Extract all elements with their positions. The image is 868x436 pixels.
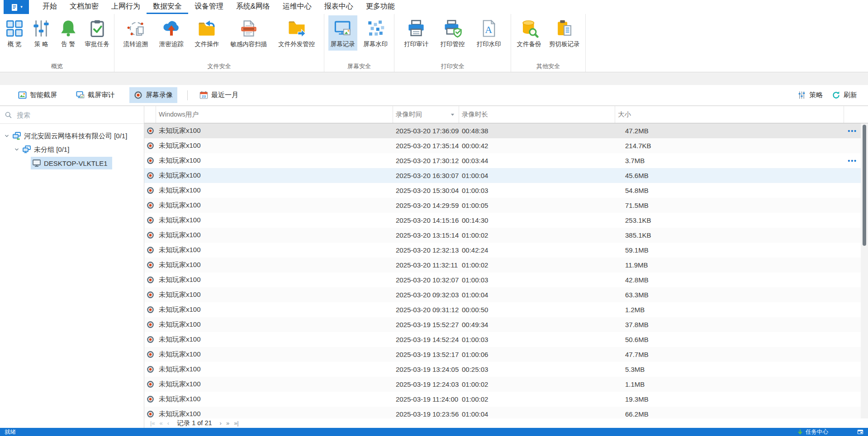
column-header-1[interactable]: 录像时间 [393,106,459,123]
ribbon-item-trace[interactable]: 流转追溯 [121,15,150,51]
column-header-3[interactable]: 大小 [615,106,844,123]
table-row[interactable]: 未知玩家x1002025-03-20 17:36:0900:48:3847.2M… [144,123,868,138]
cell-size: 50.6MB [615,336,844,343]
ribbon-item-alert[interactable]: 告 警 [56,15,81,51]
table-row[interactable]: 未知玩家x1002025-03-20 16:30:0701:00:0445.6M… [144,168,868,183]
table-row[interactable]: 未知玩家x1002025-03-20 17:35:1400:00:42214.7… [144,138,868,153]
table-row[interactable]: 未知玩家x1002025-03-20 09:31:1200:00:501.2MB [144,302,868,317]
menu-tab-7[interactable]: 报表中心 [318,0,360,14]
ribbon-item-print-watermark[interactable]: A打印水印 [474,15,503,51]
panel-icon[interactable] [857,429,863,435]
toolbar-button-refresh[interactable]: 刷新 [828,87,861,103]
menu-tab-5[interactable]: 系统&网络 [230,0,276,14]
pager-prev-button[interactable]: ‹ [165,420,171,426]
column-header-0[interactable]: Windows用户 [156,106,393,123]
ribbon-item-approval[interactable]: 审批任务 [83,15,112,51]
cell-time: 2025-03-20 14:15:16 [393,216,459,224]
table-row[interactable]: 未知玩家x1002025-03-19 11:24:0001:00:0219.3M… [144,392,868,407]
table-row[interactable]: 未知玩家x1002025-03-19 13:24:0500:25:035.3MB [144,362,868,377]
toolbar-button-policy-small[interactable]: 策略 [794,87,826,103]
pager-next-button[interactable]: › [218,420,224,426]
ribbon-item-print-control[interactable]: 打印管控 [438,15,467,51]
table-row[interactable]: 未知玩家x1002025-03-20 14:29:5901:00:0571.5M… [144,198,868,213]
menu-tab-6[interactable]: 运维中心 [276,0,318,14]
table-row[interactable]: 未知玩家x1002025-03-20 10:32:0701:00:0342.8M… [144,272,868,287]
tree-row-0[interactable]: 河北安固云网络科技有限公司 [0/1] [0,129,144,143]
ribbon-item-file-op[interactable]: 文件操作 [192,15,221,51]
cell-time: 2025-03-20 11:32:11 [393,261,459,269]
task-center-button[interactable]: 任务中心 [797,428,828,436]
ribbon-item-screen-record[interactable]: 屏幕记录 [328,15,357,51]
table-row[interactable]: 未知玩家x1002025-03-20 14:15:1600:14:30253.1… [144,213,868,228]
table-row[interactable]: 未知玩家x1002025-03-19 13:52:1701:00:0647.7M… [144,347,868,362]
scrollbar-thumb[interactable] [863,125,866,246]
tree-node-2[interactable]: DESKTOP-VLKTLE1 [31,157,112,169]
menu-tab-3[interactable]: 数据安全 [147,0,188,14]
tree-expand-toggle[interactable] [3,132,11,140]
toolbar-button-record[interactable]: 屏幕录像 [129,87,177,103]
pager-prev-fast-button[interactable]: « [157,420,165,426]
ribbon-item-screen-watermark[interactable]: 屏幕水印 [361,15,390,51]
ribbon-item-file-out[interactable]: 文件外发管控 [276,15,317,51]
tree-row-2[interactable]: DESKTOP-VLKTLE1 [0,156,144,170]
ribbon-item-file-backup[interactable]: 文件备份 [515,15,544,51]
ribbon-item-overview[interactable]: 概 览 [2,15,27,51]
screen-record-icon [333,18,353,39]
cell-size: 47.7MB [615,351,844,358]
record-icon [144,336,156,343]
ribbon-item-clipboard-record[interactable]: 剪切板记录 [547,15,582,51]
sort-down-icon[interactable] [450,112,456,117]
table-row[interactable]: 未知玩家x1002025-03-20 09:32:0301:00:0463.3M… [144,287,868,302]
menu-tab-2[interactable]: 上网行为 [105,0,147,14]
tree-row-1[interactable]: 未分组 [0/1] [0,143,144,156]
ribbon-item-leak[interactable]: 泄密追踪 [157,15,186,51]
menu-tab-8[interactable]: 更多功能 [360,0,401,14]
table-row[interactable]: 未知玩家x1002025-03-20 11:32:1101:00:0211.9M… [144,258,868,272]
cell-time: 2025-03-20 17:35:14 [393,142,459,150]
ribbon-item-label: 告 警 [61,40,75,48]
table-row[interactable]: 未知玩家x1002025-03-20 15:30:0401:00:0354.8M… [144,183,868,198]
toolbar-button-calendar-23[interactable]: 23最近一月 [195,87,243,103]
record-icon [144,127,156,135]
ribbon-item-label: 审批任务 [85,40,109,48]
toolbar-button-smart-capture[interactable]: 智能截屏 [14,87,62,103]
ribbon-item-label: 打印审计 [404,40,428,48]
pager-first-button[interactable]: |« [148,420,157,426]
tree-expand-toggle[interactable] [13,145,21,154]
tree-node-0[interactable]: 河北安固云网络科技有限公司 [0/1] [11,130,132,142]
cell-actions: ••• [844,158,861,164]
toolbar-button-capture-audit[interactable]: 截屏审计 [71,87,119,103]
pager-last-button[interactable]: »| [232,420,241,426]
ribbon-group-label: 其他安全 [511,62,585,70]
table-row[interactable]: 未知玩家x1002025-03-19 14:52:2401:00:0350.6M… [144,332,868,347]
pager-next-fast-button[interactable]: » [224,420,232,426]
menu-tab-4[interactable]: 设备管理 [188,0,230,14]
print-audit-icon [406,18,426,39]
vertical-scrollbar[interactable] [861,123,868,418]
status-text: 就绪 [5,428,16,436]
table-row[interactable]: 未知玩家x1002025-03-20 13:15:1401:00:02385.1… [144,228,868,243]
ribbon-item-label: 敏感内容扫描 [230,40,267,48]
row-actions-button[interactable]: ••• [848,158,857,164]
table-row[interactable]: 未知玩家x1002025-03-19 10:23:5601:00:0466.2M… [144,407,868,418]
ribbon-item-label: 打印管控 [441,40,465,48]
menu-tab-1[interactable]: 文档加密 [63,0,105,14]
tree-node-1[interactable]: 未分组 [0/1] [21,143,74,156]
record-icon [144,216,156,224]
menu-tab-0[interactable]: 开始 [36,0,63,14]
table-row[interactable]: 未知玩家x1002025-03-19 12:24:0301:00:021.1MB [144,377,868,392]
ribbon-item-policy[interactable]: 策 略 [29,15,53,51]
record-icon [144,142,156,150]
cell-duration: 00:42:24 [459,246,615,254]
task-center-label: 任务中心 [806,428,828,436]
table-row[interactable]: 未知玩家x1002025-03-20 12:32:1300:42:2459.1M… [144,243,868,258]
search-box[interactable] [0,106,144,124]
ribbon-item-content-scan[interactable]: 敏感内容扫描 [228,15,269,51]
table-row[interactable]: 未知玩家x1002025-03-19 15:52:2700:49:3437.8M… [144,317,868,332]
row-actions-button[interactable]: ••• [848,128,857,134]
table-row[interactable]: 未知玩家x1002025-03-20 17:30:1200:03:443.7MB… [144,153,868,168]
column-header-2[interactable]: 录像时长 [459,106,615,123]
app-menu-button[interactable]: ▾ [4,0,29,14]
search-input[interactable] [16,111,139,119]
ribbon-item-print-audit[interactable]: 打印审计 [402,15,431,51]
